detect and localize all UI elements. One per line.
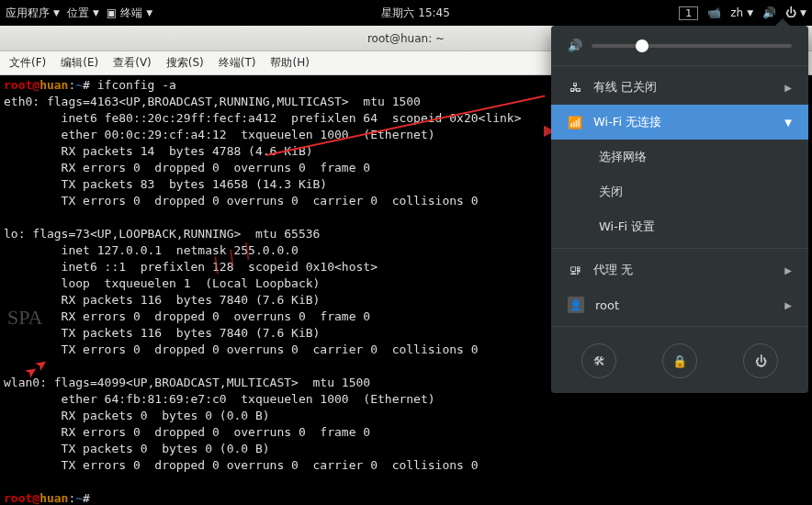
wired-icon: 🖧	[568, 81, 582, 95]
active-app[interactable]: ▣终端▼	[107, 6, 152, 21]
prompt-path: ~	[75, 78, 83, 92]
user-label: root	[595, 298, 773, 312]
terminal-small-icon: ▣	[107, 6, 117, 19]
proxy-row[interactable]: 🖳 代理 无 ▶	[551, 252, 808, 287]
settings-button[interactable]: 🛠	[581, 343, 616, 378]
window-title: root@huan: ~	[367, 32, 445, 45]
chevron-down-icon: ▼	[784, 118, 792, 128]
terminal-output: eth0: flags=4163<UP,BROADCAST,RUNNING,MU…	[4, 95, 522, 472]
volume-slider[interactable]	[592, 44, 792, 48]
menu-edit[interactable]: 编辑(E)	[61, 55, 98, 71]
select-network-label: 选择网络	[599, 149, 792, 165]
wifi-select-network[interactable]: 选择网络	[551, 140, 808, 174]
wifi-settings-label: Wi-Fi 设置	[599, 219, 792, 235]
power-menu[interactable]: ⏻ ▼	[785, 6, 806, 19]
avatar-icon: 👤	[568, 297, 584, 313]
menu-view[interactable]: 查看(V)	[113, 55, 152, 71]
prompt-hash: #	[83, 78, 90, 92]
system-status-popover: 🔊 🖧 有线 已关闭 ▶ 📶 Wi-Fi 无连接 ▼ 选择网络 关闭 Wi-Fi…	[551, 26, 808, 393]
wired-row[interactable]: 🖧 有线 已关闭 ▶	[551, 70, 808, 105]
menu-help[interactable]: 帮助(H)	[270, 55, 309, 71]
prompt-user: root	[4, 78, 32, 92]
chevron-right-icon: ▶	[784, 265, 792, 275]
chevron-right-icon: ▶	[784, 83, 792, 93]
active-app-label: 终端	[120, 6, 142, 21]
prompt-host-2: huan	[39, 491, 68, 505]
input-method[interactable]: zh▼	[730, 6, 753, 19]
prompt-hash-2: #	[83, 491, 90, 505]
command-text: ifconfig -a	[90, 78, 176, 92]
prompt-at: @	[32, 78, 39, 92]
language-label: zh	[730, 6, 743, 19]
wifi-off[interactable]: 关闭	[551, 174, 808, 209]
prompt-user-2: root	[4, 491, 32, 505]
menu-search[interactable]: 搜索(S)	[166, 55, 204, 71]
places-menu[interactable]: 位置▼	[67, 6, 99, 21]
menu-terminal[interactable]: 终端(T)	[219, 55, 256, 71]
volume-icon[interactable]: 🔊	[762, 6, 776, 19]
wired-label: 有线 已关闭	[593, 79, 773, 95]
applications-menu[interactable]: 应用程序▼	[6, 6, 60, 21]
recorder-icon[interactable]: 📹	[707, 6, 721, 19]
divider	[551, 326, 808, 327]
volume-slider-icon: 🔊	[568, 39, 582, 52]
applications-label: 应用程序	[6, 6, 50, 21]
user-row[interactable]: 👤 root ▶	[551, 287, 808, 322]
proxy-label: 代理 无	[593, 262, 773, 278]
wifi-label: Wi-Fi 无连接	[593, 114, 773, 130]
chevron-down-icon: ▼	[146, 8, 152, 17]
menu-file[interactable]: 文件(F)	[9, 55, 46, 71]
prompt-at-2: @	[32, 491, 39, 505]
divider	[551, 65, 808, 66]
wifi-icon: 📶	[568, 116, 582, 129]
chevron-right-icon: ▶	[784, 300, 792, 310]
chevron-down-icon: ▼	[747, 8, 753, 17]
wifi-row[interactable]: 📶 Wi-Fi 无连接 ▼	[551, 105, 808, 140]
clock[interactable]: 星期六 15:45	[152, 6, 679, 21]
divider	[551, 248, 808, 249]
workspace-indicator[interactable]: 1	[679, 6, 698, 20]
lock-button[interactable]: 🔒	[662, 343, 697, 378]
prompt-host: huan	[39, 78, 68, 92]
places-label: 位置	[67, 6, 89, 21]
proxy-icon: 🖳	[568, 264, 582, 277]
prompt-path-2: ~	[75, 491, 83, 505]
top-panel: 应用程序▼ 位置▼ ▣终端▼ 星期六 15:45 1 📹 zh▼ 🔊 ⏻ ▼	[0, 0, 812, 26]
chevron-down-icon: ▼	[53, 8, 60, 17]
power-button[interactable]: ⏻	[743, 343, 778, 378]
wifi-settings[interactable]: Wi-Fi 设置	[551, 209, 808, 244]
chevron-down-icon: ▼	[800, 8, 806, 17]
wifi-off-label: 关闭	[599, 184, 792, 200]
chevron-down-icon: ▼	[93, 8, 99, 17]
